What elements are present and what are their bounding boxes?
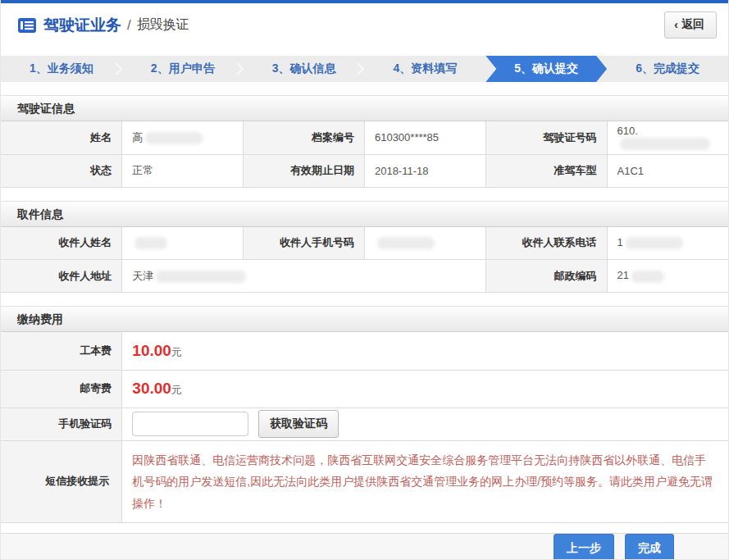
post-fee-value: 30.00元 xyxy=(122,370,728,407)
recipient-name-value xyxy=(122,227,244,260)
step-6-complete-submit[interactable]: 6、完成提交 xyxy=(607,56,728,82)
redacted-blur xyxy=(631,271,664,283)
work-fee-value: 10.00元 xyxy=(122,332,728,370)
license-business-icon xyxy=(17,17,37,34)
sms-notice-label: 短信接收提示 xyxy=(1,440,122,523)
zip-code-value: 21 xyxy=(607,260,728,293)
file-number-value: 610300****85 xyxy=(364,121,485,154)
work-fee-label: 工本费 xyxy=(1,332,122,370)
name-value: 高 xyxy=(122,121,244,154)
step-label: 1、业务须知 xyxy=(30,61,93,76)
name-label: 姓名 xyxy=(1,121,122,154)
sms-notice-cell: 因陕西省联通、电信运营商技术问题，陕西省互联网交通安全综合服务管理平台无法向持陕… xyxy=(122,440,728,523)
previous-step-label: 上一步 xyxy=(567,541,601,554)
table-row: 收件人姓名 收件人手机号码 收件人联系电话 1 xyxy=(1,227,728,260)
section-title: 取件信息 xyxy=(1,201,728,227)
chevron-right-icon xyxy=(352,62,365,75)
status-value: 正常 xyxy=(122,154,244,187)
back-button[interactable]: ‹ 返回 xyxy=(664,11,717,39)
chevron-left-icon: ‹ xyxy=(674,18,678,31)
currency-unit: 元 xyxy=(171,384,182,396)
redacted-blur xyxy=(145,132,203,144)
redacted-blur xyxy=(626,237,683,249)
step-5-confirm-submit-active[interactable]: 5、确认提交 xyxy=(485,56,607,82)
recipient-phone-value: 1 xyxy=(607,227,728,260)
vehicle-class-label: 准驾车型 xyxy=(485,154,607,187)
step-3-confirm-info[interactable]: 3、确认信息 xyxy=(244,56,365,82)
vehicle-class-value: A1C1 xyxy=(607,154,728,187)
breadcrumb-separator: / xyxy=(127,17,131,34)
table-row: 短信接收提示 因陕西省联通、电信运营商技术问题，陕西省互联网交通安全综合服务管理… xyxy=(1,440,728,523)
recipient-mobile-value xyxy=(364,227,485,260)
breadcrumb-current: 损毁换证 xyxy=(137,16,189,34)
zip-code-label: 邮政编码 xyxy=(485,260,607,293)
section-title: 缴纳费用 xyxy=(1,306,728,332)
sms-code-cell: 获取验证码 xyxy=(122,407,728,440)
table-row: 状态 正常 有效期止日期 2018-11-18 准驾车型 A1C1 xyxy=(1,154,728,187)
back-button-label: 返回 xyxy=(681,17,704,32)
sms-notice-text: 因陕西省联通、电信运营商技术问题，陕西省互联网交通安全综合服务管理平台无法向持陕… xyxy=(132,449,716,515)
status-label: 状态 xyxy=(1,154,122,187)
recipient-name-label: 收件人姓名 xyxy=(1,227,122,260)
footer-action-bar: 上一步 完成 xyxy=(1,533,728,560)
table-row: 姓名 高 档案编号 610300****85 驾驶证号码 610. xyxy=(1,121,728,154)
license-number-value: 610. xyxy=(607,121,728,154)
page: 驾驶证业务 / 损毁换证 ‹ 返回 1、业务须知 2、用户申告 3、确认信息 4… xyxy=(0,0,729,560)
step-label: 3、确认信息 xyxy=(272,61,336,76)
table-row: 手机验证码 获取验证码 xyxy=(1,407,728,440)
post-fee-amount: 30.00 xyxy=(132,380,171,397)
get-code-button-label: 获取验证码 xyxy=(270,417,327,430)
currency-unit: 元 xyxy=(171,346,182,358)
step-1-business-notice[interactable]: 1、业务须知 xyxy=(1,56,122,82)
license-info-section: 驾驶证信息 姓名 高 档案编号 610300****85 驾驶证号码 610. … xyxy=(1,95,728,188)
finish-button-label: 完成 xyxy=(638,541,661,554)
step-label: 2、用户申告 xyxy=(151,61,215,76)
step-label: 5、确认提交 xyxy=(514,61,578,76)
work-fee-amount: 10.00 xyxy=(132,342,171,359)
sms-code-label: 手机验证码 xyxy=(1,407,122,440)
recipient-address-value: 天津 xyxy=(122,260,485,293)
section-title: 驾驶证信息 xyxy=(1,95,728,121)
recipient-mobile-label: 收件人手机号码 xyxy=(244,227,365,260)
sms-code-input[interactable] xyxy=(132,412,248,436)
chevron-right-icon xyxy=(230,62,244,75)
step-label: 4、资料填写 xyxy=(394,61,458,76)
expiry-value: 2018-11-18 xyxy=(364,154,485,187)
get-code-button[interactable]: 获取验证码 xyxy=(258,410,339,438)
recipient-phone-label: 收件人联系电话 xyxy=(485,227,607,260)
fees-section: 缴纳费用 工本费 10.00元 邮寄费 30.00元 手机验证码 获取验证码 xyxy=(1,306,728,523)
redacted-blur xyxy=(156,271,246,283)
license-number-label: 驾驶证号码 xyxy=(485,121,607,154)
header: 驾驶证业务 / 损毁换证 ‹ 返回 xyxy=(1,3,728,47)
recipient-address-label: 收件人地址 xyxy=(1,260,122,293)
license-info-table: 姓名 高 档案编号 610300****85 驾驶证号码 610. 状态 正常 … xyxy=(1,121,728,188)
redacted-blur xyxy=(377,237,435,249)
redacted-blur xyxy=(134,237,167,249)
table-row: 收件人地址 天津 邮政编码 21 xyxy=(1,260,728,293)
pickup-info-section: 取件信息 收件人姓名 收件人手机号码 收件人联系电话 1 收件人地址 天津 邮政… xyxy=(1,201,728,294)
previous-step-button[interactable]: 上一步 xyxy=(554,534,614,560)
table-row: 邮寄费 30.00元 xyxy=(1,370,728,407)
post-fee-label: 邮寄费 xyxy=(1,370,122,407)
file-number-label: 档案编号 xyxy=(244,121,365,154)
chevron-right-icon xyxy=(110,62,123,75)
step-4-fill-data[interactable]: 4、资料填写 xyxy=(364,56,485,82)
step-2-user-declaration[interactable]: 2、用户申告 xyxy=(122,56,244,82)
table-row: 工本费 10.00元 xyxy=(1,332,728,370)
steps-bar: 1、业务须知 2、用户申告 3、确认信息 4、资料填写 5、确认提交 6、完成提… xyxy=(1,56,728,82)
finish-button[interactable]: 完成 xyxy=(625,534,674,560)
pickup-info-table: 收件人姓名 收件人手机号码 收件人联系电话 1 收件人地址 天津 邮政编码 21 xyxy=(1,227,728,294)
expiry-label: 有效期止日期 xyxy=(244,154,365,187)
redacted-blur xyxy=(620,138,710,150)
step-label: 6、完成提交 xyxy=(636,61,699,76)
fees-table: 工本费 10.00元 邮寄费 30.00元 手机验证码 获取验证码 短信接收提 xyxy=(1,332,728,523)
page-title: 驾驶证业务 xyxy=(43,15,121,36)
